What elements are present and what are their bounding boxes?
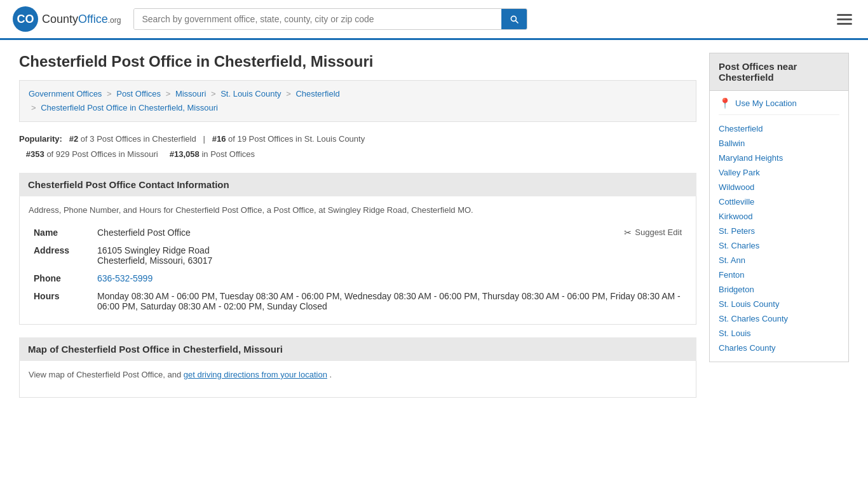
sidebar-nearby-link[interactable]: St. Charles xyxy=(719,238,839,253)
breadcrumb-chesterfield[interactable]: Chesterfield xyxy=(295,89,339,98)
sidebar-nearby-link[interactable]: St. Louis County xyxy=(719,297,839,311)
search-button[interactable] xyxy=(501,9,527,29)
logo-text: CountyOffice.org xyxy=(42,13,121,26)
sidebar-body: 📍 Use My Location ChesterfieldBallwinMar… xyxy=(709,91,849,362)
search-icon xyxy=(509,14,519,24)
popularity-label: Popularity: xyxy=(19,134,62,144)
sidebar-nearby-link[interactable]: Fenton xyxy=(719,268,839,282)
sidebar-nearby-link[interactable]: Cottleville xyxy=(719,194,839,209)
name-value: Chesterfield Post Office ✂ Suggest Edit xyxy=(92,224,687,241)
logo-icon: CO xyxy=(13,6,38,32)
rank2-of: of 19 Post Offices in St. Louis County xyxy=(228,134,365,144)
breadcrumb-sep: > xyxy=(31,103,36,112)
menu-icon-line xyxy=(837,23,852,25)
name-label: Name xyxy=(29,224,92,241)
table-row: Phone 636-532-5999 xyxy=(29,269,687,287)
sidebar-nearby-link[interactable]: Bridgeton xyxy=(719,282,839,297)
sidebar-nearby-link[interactable]: St. Charles County xyxy=(719,311,839,326)
phone-link[interactable]: 636-532-5999 xyxy=(97,273,153,283)
sidebar-header: Post Offices near Chesterfield xyxy=(709,53,849,91)
rank4-of: in Post Offices xyxy=(201,149,255,159)
search-input[interactable] xyxy=(134,9,501,29)
logo[interactable]: CO CountyOffice.org xyxy=(13,6,121,32)
breadcrumb-sep: > xyxy=(211,89,216,98)
breadcrumb-gov-offices[interactable]: Government Offices xyxy=(29,89,102,98)
hours-value: Monday 08:30 AM - 06:00 PM, Tuesday 08:3… xyxy=(92,287,687,315)
page-title: Chesterfield Post Office in Chesterfield… xyxy=(19,53,696,71)
breadcrumb-sep: > xyxy=(166,89,171,98)
rank4-num: #13,058 xyxy=(170,149,200,159)
table-row: Address 16105 Swingley Ridge Road Cheste… xyxy=(29,241,687,269)
address-label: Address xyxy=(29,241,92,269)
search-bar xyxy=(133,8,527,30)
sidebar-nearby-link[interactable]: Charles County xyxy=(719,341,839,355)
contact-table: Name Chesterfield Post Office ✂ Suggest … xyxy=(29,224,687,315)
rank3-num: #353 xyxy=(26,149,44,159)
map-section-body: View map of Chesterfield Post Office, an… xyxy=(19,361,696,398)
map-description: View map of Chesterfield Post Office, an… xyxy=(29,370,687,379)
sidebar-nearby-link[interactable]: Chesterfield xyxy=(719,121,839,136)
sidebar-nearby-link[interactable]: St. Ann xyxy=(719,253,839,268)
breadcrumb-sep: > xyxy=(107,89,112,98)
use-my-location-link[interactable]: 📍 Use My Location xyxy=(719,97,839,115)
hours-label: Hours xyxy=(29,287,92,315)
rank1-of: of 3 Post Offices in Chesterfield xyxy=(81,134,196,144)
breadcrumb-sep: > xyxy=(286,89,291,98)
popularity: Popularity: #2 of 3 Post Offices in Ches… xyxy=(19,132,696,161)
address-value: 16105 Swingley Ridge Road Chesterfield, … xyxy=(92,241,687,269)
sidebar: Post Offices near Chesterfield 📍 Use My … xyxy=(709,53,849,410)
sidebar-links-container: ChesterfieldBallwinMaryland HeightsValle… xyxy=(719,121,839,355)
table-row: Name Chesterfield Post Office ✂ Suggest … xyxy=(29,224,687,241)
phone-label: Phone xyxy=(29,269,92,287)
contact-section-body: Address, Phone Number, and Hours for Che… xyxy=(19,196,696,325)
breadcrumb-current[interactable]: Chesterfield Post Office in Chesterfield… xyxy=(41,103,218,112)
contact-description: Address, Phone Number, and Hours for Che… xyxy=(29,205,687,215)
rank1-num: #2 xyxy=(69,134,78,144)
map-section-header: Map of Chesterfield Post Office in Chest… xyxy=(19,337,696,361)
driving-directions-link[interactable]: get driving directions from your locatio… xyxy=(184,370,327,379)
location-pin-icon: 📍 xyxy=(719,97,731,109)
rank3-of: of 929 Post Offices in Missouri xyxy=(46,149,158,159)
breadcrumb-missouri[interactable]: Missouri xyxy=(175,89,206,98)
sidebar-nearby-link[interactable]: Ballwin xyxy=(719,136,839,151)
menu-icon-line xyxy=(837,14,852,16)
breadcrumb: Government Offices > Post Offices > Miss… xyxy=(19,80,696,122)
edit-icon: ✂ xyxy=(624,227,632,238)
sidebar-nearby-link[interactable]: St. Louis xyxy=(719,326,839,341)
suggest-edit-button[interactable]: ✂ Suggest Edit xyxy=(624,227,682,238)
menu-icon-line xyxy=(837,18,852,20)
menu-button[interactable] xyxy=(834,11,855,28)
rank2-num: #16 xyxy=(212,134,226,144)
breadcrumb-post-offices[interactable]: Post Offices xyxy=(116,89,161,98)
breadcrumb-st-louis-county[interactable]: St. Louis County xyxy=(220,89,281,98)
sidebar-nearby-link[interactable]: Wildwood xyxy=(719,180,839,194)
sidebar-nearby-link[interactable]: St. Peters xyxy=(719,224,839,238)
sidebar-nearby-link[interactable]: Valley Park xyxy=(719,165,839,180)
phone-value: 636-532-5999 xyxy=(92,269,687,287)
sidebar-nearby-link[interactable]: Maryland Heights xyxy=(719,151,839,165)
sidebar-nearby-link[interactable]: Kirkwood xyxy=(719,209,839,224)
svg-text:CO: CO xyxy=(17,13,34,25)
table-row: Hours Monday 08:30 AM - 06:00 PM, Tuesda… xyxy=(29,287,687,315)
contact-section-header: Chesterfield Post Office Contact Informa… xyxy=(19,173,696,196)
